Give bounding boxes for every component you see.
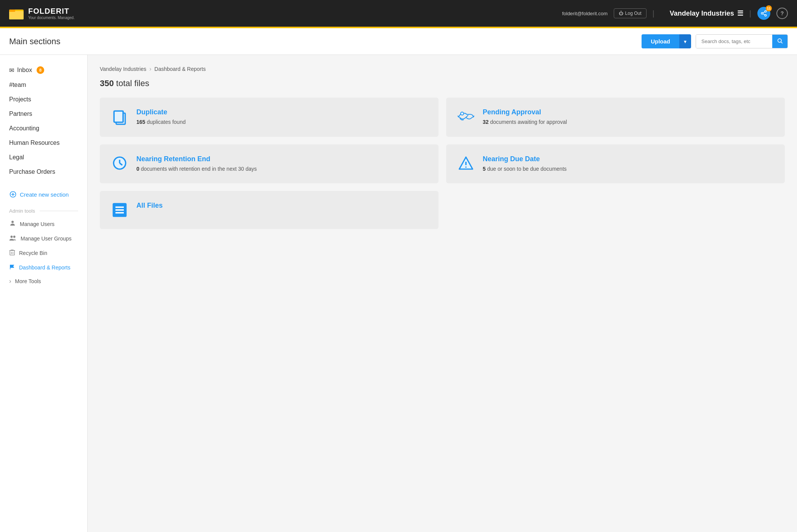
clock-icon [110,155,129,171]
share-badge: 11 [766,5,772,11]
svg-point-23 [461,112,464,115]
svg-rect-1 [9,11,24,19]
page-title: Main sections [9,37,642,46]
svg-point-5 [765,14,767,16]
pending-approval-stat: 32 documents awaiting for approval [483,119,567,126]
logout-button[interactable]: ⏻ Log Out [614,8,647,18]
folder-icon [9,7,24,19]
svg-point-15 [13,236,16,238]
sidebar-item-dashboard-reports[interactable]: Dashboard & Reports [0,260,87,275]
list-files-icon [111,202,128,218]
svg-point-30 [465,166,467,168]
pending-approval-card[interactable]: Pending Approval 32 documents awaiting f… [446,98,785,137]
inbox-badge: 8 [37,66,44,74]
chevron-right-icon: › [9,278,11,285]
svg-point-14 [11,236,13,238]
sidebar-item-manage-user-groups[interactable]: Manage User Groups [0,231,87,246]
svg-point-3 [765,11,767,13]
sidebar-item-team[interactable]: #team [0,78,87,92]
svg-line-6 [763,14,765,15]
sidebar-item-human-resources[interactable]: Human Resources [0,136,87,150]
breadcrumb: Vandelay Industries › Dashboard & Report… [100,66,785,72]
svg-line-7 [763,12,765,13]
svg-rect-21 [114,111,123,122]
bin-icon [9,249,15,257]
warning-icon [457,155,475,171]
admin-tools-list: Manage Users Manage User Groups Recycle … [0,217,87,288]
duplicate-icon [110,108,129,125]
share-button[interactable]: 11 [757,7,770,20]
search-icon [777,38,783,44]
svg-point-4 [761,13,763,14]
search-input[interactable] [696,35,772,48]
all-files-icon [110,202,129,218]
nearing-retention-title: Nearing Retention End [136,155,257,163]
svg-point-13 [11,221,14,223]
sidebar-nav: ✉ Inbox 8 #team Projects Partners Accoun… [0,62,87,187]
pending-approval-title: Pending Approval [483,108,567,116]
upload-dropdown-button[interactable]: ▾ [679,34,691,48]
svg-point-8 [778,39,781,42]
svg-rect-2 [9,10,15,12]
nearing-due-card[interactable]: Nearing Due Date 5 due or soon to be due… [446,144,785,184]
nearing-retention-card[interactable]: Nearing Retention End 0 documents with r… [100,144,439,184]
svg-line-9 [781,42,783,43]
help-button[interactable]: ? [776,8,788,19]
sidebar-item-manage-users[interactable]: Manage Users [0,217,87,231]
all-files-title: All Files [136,202,163,210]
share-icon [760,10,767,17]
user-email: folderit@folderit.com [562,11,607,16]
total-files-count: 350 total files [100,79,785,88]
upload-button[interactable]: Upload [642,34,679,48]
upload-button-group: Upload ▾ [642,34,691,48]
duplicate-card[interactable]: Duplicate 165 duplicates found [100,98,439,137]
search-container [696,34,788,48]
flag-icon [9,263,15,272]
sidebar-item-partners[interactable]: Partners [0,107,87,121]
subheader: Main sections Upload ▾ [0,28,797,55]
dashboard-cards: Duplicate 165 duplicates found [100,98,785,229]
power-icon: ⏻ [619,11,623,16]
sidebar-item-projects[interactable]: Projects [0,92,87,107]
sidebar-item-accounting[interactable]: Accounting [0,121,87,136]
nearing-due-stat: 5 due or soon to be due documents [483,165,567,173]
logo-title: FOLDERIT [28,7,75,16]
duplicate-stat: 165 duplicates found [136,119,186,126]
search-button[interactable] [772,35,787,48]
breadcrumb-chevron-icon: › [149,66,151,72]
envelope-icon: ✉ [9,67,14,74]
sidebar-item-inbox[interactable]: ✉ Inbox 8 [0,62,87,78]
nearing-retention-stat: 0 documents with retention end in the ne… [136,165,257,173]
logo: FOLDERIT Your documents. Managed. [9,7,75,20]
create-section-button[interactable]: Create new section [0,187,87,202]
svg-rect-16 [10,250,14,255]
main-content: Vandelay Industries › Dashboard & Report… [88,55,797,532]
menu-icon[interactable]: ☰ [737,9,743,18]
duplicate-title: Duplicate [136,108,186,116]
admin-tools-divider: Admin tools [9,208,78,214]
sidebar: ✉ Inbox 8 #team Projects Partners Accoun… [0,55,88,532]
all-files-card[interactable]: All Files [100,191,439,229]
plus-circle-icon [9,191,17,198]
person-icon [9,220,16,228]
sidebar-item-legal[interactable]: Legal [0,150,87,165]
handshake-icon [457,108,475,122]
breadcrumb-parent[interactable]: Vandelay Industries [100,66,146,72]
logo-subtitle: Your documents. Managed. [28,16,75,20]
sidebar-item-recycle-bin[interactable]: Recycle Bin [0,246,87,260]
group-icon [9,234,17,243]
company-name: Vandelay Industries ☰ [670,9,743,18]
nearing-due-title: Nearing Due Date [483,155,567,163]
sidebar-item-purchase-orders[interactable]: Purchase Orders [0,165,87,179]
breadcrumb-current: Dashboard & Reports [154,66,206,72]
sidebar-item-more-tools[interactable]: › More Tools [0,275,87,288]
top-navbar: FOLDERIT Your documents. Managed. folder… [0,0,797,27]
